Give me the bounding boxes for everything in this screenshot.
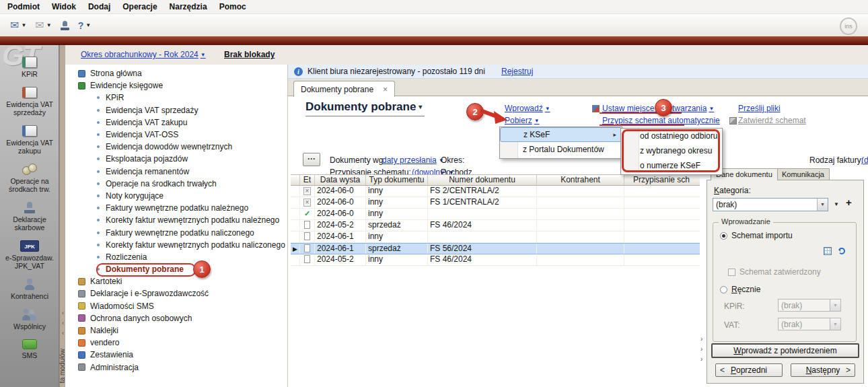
tree-item[interactable]: Rozliczenia	[65, 251, 287, 263]
przeslij-pliki-link[interactable]: Prześlij pliki	[738, 104, 781, 113]
tree-item-label: vendero	[90, 338, 119, 347]
column-header[interactable]: Et	[300, 175, 315, 185]
menubar-item[interactable]: Dodaj	[82, 1, 116, 13]
invoice-kind-value-link[interactable]: (dowoln	[861, 155, 868, 165]
module-item[interactable]: Operacje na środkach trw.	[0, 160, 59, 199]
tree-item[interactable]: Faktury wewnętrzne podatku naliczonego	[65, 226, 287, 238]
expand-right-icon[interactable]: ›	[700, 355, 702, 363]
tree-item[interactable]: Zestawienia	[65, 349, 287, 361]
help-button[interactable]: ? ▼	[75, 18, 94, 33]
tree-item[interactable]: Ewidencja VAT sprzedaży	[65, 104, 287, 116]
table-row[interactable]: ✓2024-06-0inny	[291, 209, 700, 220]
details-tab[interactable]: Komunikacja	[776, 168, 830, 180]
expand-right-icon[interactable]: ›	[700, 335, 702, 343]
module-item[interactable]: KPiR	[0, 53, 59, 83]
table-row[interactable]: 2024-05-2innyFS 46/2024	[291, 254, 700, 266]
module-item[interactable]: Ewidencja VAT zakupu	[0, 122, 59, 160]
tree-item[interactable]: Korekty faktur wewnętrznych podatku nali…	[65, 239, 287, 251]
column-header[interactable]: Data wysta	[315, 175, 366, 185]
menubar-item[interactable]: Widok	[46, 1, 82, 13]
tree-item[interactable]: Deklaracje i e-Sprawozdawczość	[65, 287, 287, 300]
menu-item[interactable]: z KSeF▸	[501, 128, 621, 141]
accounting-period-link[interactable]: Okres obrachunkowy - Rok 2024▼	[81, 50, 206, 59]
wprowadz-menu-link[interactable]: Wprowadź▼	[505, 104, 550, 113]
tree-item[interactable]: Ewidencja dowodów wewnętrznych	[65, 141, 287, 153]
przypisz-schemat-link[interactable]: Przypisz schemat automatycznie	[602, 116, 720, 125]
tab-close-icon[interactable]: ×	[383, 85, 388, 94]
kpir-select[interactable]: (brak) ▼	[778, 299, 841, 312]
tree-item[interactable]: Eksploatacja pojazdów	[65, 153, 287, 165]
tree-item[interactable]: Strona główna	[65, 67, 287, 79]
confirm-import-button[interactable]: Wprowadź z potwierdzeniem	[711, 343, 859, 358]
tree-item[interactable]: Dokumenty pobrane1	[65, 263, 287, 275]
module-item[interactable]: Deklaracje skarbowe	[0, 199, 59, 237]
tree-item[interactable]: Ewidencja VAT zakupu	[65, 116, 287, 129]
tree-item[interactable]: Wiadomości SMS	[65, 300, 287, 312]
tree-item[interactable]: Ewidencja remanentów	[65, 166, 287, 178]
column-header[interactable]: Przypisanie sch	[624, 175, 698, 185]
refresh-schema-button[interactable]	[838, 247, 845, 256]
stamp-tool-button[interactable]	[57, 19, 73, 32]
tree-item[interactable]: vendero	[65, 337, 287, 349]
column-header[interactable]: Numer dokumentu	[428, 175, 537, 185]
menubar-item[interactable]: Narzędzia	[164, 1, 213, 13]
title-caret-icon[interactable]: ▾	[419, 103, 422, 110]
column-header[interactable]: Typ dokumentu	[366, 175, 428, 185]
vat-select[interactable]: (brak) ▼	[778, 318, 841, 330]
tree-item[interactable]: Korekty faktur wewnętrznych podatku nale…	[65, 214, 287, 226]
module-panel-splitter[interactable]: ‹ ‹ ‹ ta modułów	[59, 45, 65, 387]
caret-down-icon[interactable]: ▼	[817, 199, 828, 211]
table-row[interactable]: 2024-05-2sprzedażFS 46/2024	[291, 220, 700, 232]
tab-dokumenty-pobrane[interactable]: Dokumenty pobrane ×	[293, 81, 395, 97]
tree-item[interactable]: Ochrona danych osobowych	[65, 312, 287, 324]
tree-item[interactable]: Kartoteki	[65, 275, 287, 287]
cell-kontrahent	[537, 220, 624, 231]
receive-documents-button[interactable]: ✉ ▼	[32, 17, 55, 34]
documents-by-value-link[interactable]: daty przesłania▼	[382, 155, 444, 165]
category-caret-icon[interactable]: ▼	[834, 201, 839, 207]
table-row[interactable]: 2024-06-1inny	[291, 232, 700, 243]
schema-list-button[interactable]	[824, 247, 832, 257]
next-button[interactable]: Następny>	[791, 363, 855, 377]
module-item[interactable]: Ewidencja VAT sprzedaży	[0, 83, 59, 122]
tree-item[interactable]: Administracja	[65, 361, 287, 374]
row-marker-cell	[291, 209, 300, 219]
tree-item[interactable]: Faktury wewnętrzne podatku należnego	[65, 202, 287, 214]
table-row[interactable]: ×2024-06-0innyFS 2/CENTRALA/2	[291, 186, 700, 197]
previous-button[interactable]: <Poprzedni	[715, 363, 783, 377]
column-header[interactable]: Kontrahent	[537, 175, 624, 185]
radio-schemat-importu[interactable]: Schemat importu	[720, 231, 793, 240]
caret-down-icon: ▼	[545, 106, 550, 112]
menu-item[interactable]: z Portalu Dokumentów	[500, 142, 622, 157]
tab-label: Dokumenty pobrane	[301, 85, 373, 94]
table-row[interactable]: ×2024-06-0innyFS 1/CENTRALA/2	[291, 197, 700, 209]
tree-item[interactable]: Operacje na środkach trwałych	[65, 178, 287, 190]
tree-item-label: Rozliczenia	[106, 252, 147, 262]
checkbox-schemat-zatwierdzony[interactable]: Schemat zatwierdzony	[728, 267, 821, 277]
expand-right-icon[interactable]: ›	[700, 345, 702, 353]
refresh-icon	[838, 248, 845, 254]
menubar-item[interactable]: Operacje	[116, 1, 163, 13]
tree-item[interactable]: Ewidencje księgowe	[65, 79, 287, 92]
module-item[interactable]: SMS	[0, 336, 59, 365]
register-link[interactable]: Rejestruj	[501, 67, 533, 76]
tree-item[interactable]: KPiR	[65, 92, 287, 104]
pobierz-menu-link[interactable]: Pobierz▼	[505, 116, 540, 125]
menubar-item[interactable]: Podmiot	[1, 1, 46, 13]
category-select[interactable]: (brak) ▼	[713, 198, 828, 211]
module-item[interactable]: Wspólnicy	[0, 306, 59, 336]
lock-status-link[interactable]: Brak blokady	[224, 50, 275, 59]
cell-date: 2024-05-2	[315, 220, 366, 231]
module-item[interactable]: JPKe-Sprawozdaw. JPK_VAT	[0, 237, 59, 275]
table-row[interactable]: ▶2024-06-1sprzedażFS 56/2024	[291, 243, 700, 254]
send-documents-button[interactable]: ✉ ▼	[7, 17, 30, 34]
module-item[interactable]: Kontrahenci	[0, 275, 59, 306]
radio-recznie[interactable]: Ręcznie	[720, 285, 760, 294]
tree-item[interactable]: Ewidencja VAT-OSS	[65, 129, 287, 141]
add-category-button[interactable]: +	[846, 197, 852, 208]
zatwierdz-schemat-link[interactable]: Zatwierdź schemat	[738, 116, 806, 125]
more-filters-button[interactable]: ···	[303, 153, 320, 166]
tree-item[interactable]: Naklejki	[65, 324, 287, 337]
tree-item[interactable]: Noty korygujące	[65, 190, 287, 202]
menubar-item[interactable]: Pomoc	[213, 1, 252, 13]
